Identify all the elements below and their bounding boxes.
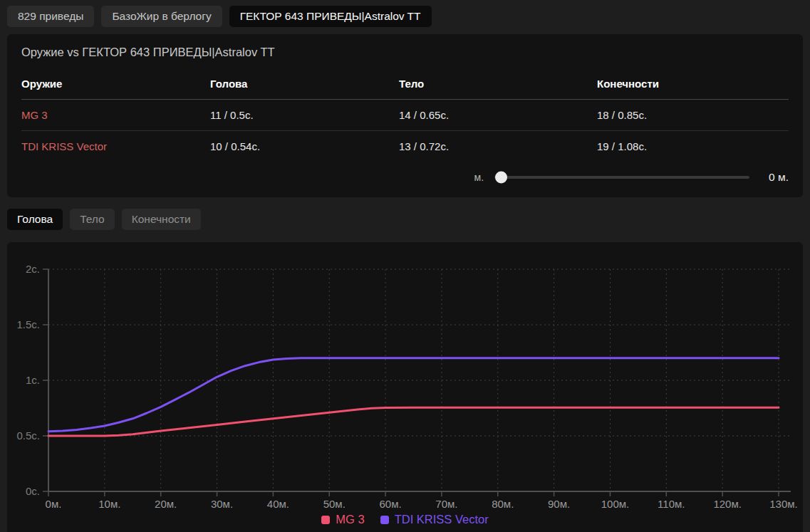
distance-slider-value: 0 м. (769, 171, 789, 184)
weapon-name-link[interactable]: TDI KRISS Vector (21, 131, 210, 162)
table-header-limbs: Конечности (597, 73, 789, 100)
svg-text:1с.: 1с. (26, 374, 40, 386)
legend-swatch-kriss (380, 516, 389, 524)
top-tab-bar: 829 приведы БазоЖир в берлогу ГЕКТОР 643… (0, 0, 810, 27)
table-row: MG 3 11 / 0.5с. 14 / 0.65с. 18 / 0.85с. (21, 100, 789, 131)
bodypart-tabs: Голова Тело Конечности (7, 209, 803, 230)
bodypart-tab-limbs[interactable]: Конечности (122, 209, 201, 230)
head-value: 11 / 0.5с. (210, 100, 399, 131)
panel-title: Оружие vs ГЕКТОР 643 ПРИВЕДЫ|Astralov TT (21, 46, 789, 59)
distance-slider-thumb[interactable] (495, 172, 507, 184)
chart-legend: MG 3 TDI KRISS Vector (7, 513, 803, 526)
preset-tab-3[interactable]: ГЕКТОР 643 ПРИВЕДЫ|Astralov TT (229, 6, 432, 27)
table-row: TDI KRISS Vector 10 / 0.54с. 13 / 0.72с.… (21, 131, 789, 162)
body-value: 13 / 0.72с. (399, 131, 597, 162)
head-value: 10 / 0.54с. (210, 131, 399, 162)
limbs-value: 18 / 0.85с. (597, 100, 789, 131)
svg-text:50м.: 50м. (323, 498, 346, 510)
chart-panel: 0с.0.5с.1с.1.5с.2с.0м.10м.20м.30м.40м.50… (7, 242, 803, 532)
svg-text:30м.: 30м. (211, 498, 233, 510)
svg-text:130м.: 130м. (769, 498, 798, 510)
legend-label-mg3: MG 3 (336, 513, 364, 526)
legend-item-mg3: MG 3 (321, 513, 364, 526)
comparison-panel: Оружие vs ГЕКТОР 643 ПРИВЕДЫ|Astralov TT… (7, 34, 803, 197)
limbs-value: 19 / 1.08с. (597, 131, 789, 162)
bodypart-tab-head[interactable]: Голова (7, 209, 63, 230)
distance-slider-label: м. (474, 172, 484, 183)
weapons-table: Оружие Голова Тело Конечности MG 3 11 / … (21, 73, 789, 162)
table-header-head: Голова (210, 73, 399, 100)
distance-slider[interactable] (494, 176, 749, 179)
svg-text:20м.: 20м. (155, 498, 177, 510)
svg-text:0.5с.: 0.5с. (16, 429, 40, 442)
svg-text:80м.: 80м. (492, 498, 514, 510)
svg-text:70м.: 70м. (435, 498, 457, 510)
svg-text:100м.: 100м. (601, 498, 630, 510)
bodypart-tab-body[interactable]: Тело (70, 209, 115, 230)
svg-text:2с.: 2с. (26, 263, 40, 275)
svg-text:110м.: 110м. (658, 498, 685, 510)
distance-slider-row: м. 0 м. (21, 167, 789, 187)
svg-text:40м.: 40м. (267, 498, 289, 510)
table-header-row: Оружие Голова Тело Конечности (21, 73, 789, 100)
svg-text:90м.: 90м. (548, 498, 570, 510)
legend-label-kriss: TDI KRISS Vector (395, 513, 489, 526)
svg-text:0м.: 0м. (46, 498, 62, 510)
table-header-weapon: Оружие (21, 73, 210, 100)
legend-item-kriss: TDI KRISS Vector (380, 513, 489, 526)
ttk-chart: 0с.0.5с.1с.1.5с.2с.0м.10м.20м.30м.40м.50… (7, 248, 803, 510)
preset-tab-1[interactable]: 829 приведы (7, 6, 94, 27)
preset-tab-2[interactable]: БазоЖир в берлогу (101, 6, 222, 27)
svg-text:0с.: 0с. (26, 485, 40, 497)
body-value: 14 / 0.65с. (399, 100, 597, 131)
weapon-name-link[interactable]: MG 3 (21, 100, 210, 131)
table-header-body: Тело (399, 73, 597, 100)
svg-text:10м.: 10м. (98, 498, 120, 510)
svg-text:120м.: 120м. (713, 498, 742, 510)
legend-swatch-mg3 (321, 516, 330, 524)
svg-text:60м.: 60м. (379, 498, 401, 510)
svg-text:1.5с.: 1.5с. (16, 318, 40, 330)
